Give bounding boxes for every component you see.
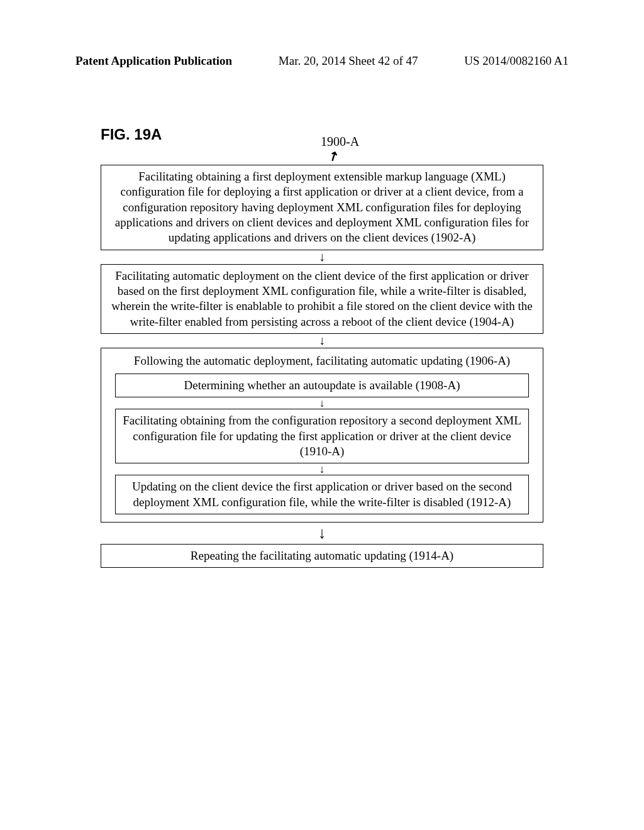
step-1902a: Facilitating obtaining a first deploymen…	[101, 165, 543, 250]
figure-label: FIG. 19A	[101, 126, 162, 143]
step-1910a: Facilitating obtaining from the configur…	[115, 409, 529, 463]
arrow-down-icon: ↓	[109, 463, 535, 475]
arrow-down-icon: ↓	[101, 250, 543, 264]
header-right: US 2014/0082160 A1	[464, 54, 569, 68]
arrow-down-icon: ↓	[109, 397, 535, 409]
step-1906a-container: Following the automatic deployment, faci…	[101, 348, 543, 523]
step-1906a-title: Following the automatic deployment, faci…	[109, 353, 535, 368]
page-header: Patent Application Publication Mar. 20, …	[0, 54, 644, 68]
step-1912a: Updating on the client device the first …	[115, 475, 529, 514]
reference-number: 1900-A	[321, 135, 359, 149]
step-1908a: Determining whether an autoupdate is ava…	[115, 374, 529, 397]
flowchart: Facilitating obtaining a first deploymen…	[101, 165, 543, 568]
header-center: Mar. 20, 2014 Sheet 42 of 47	[279, 54, 418, 68]
step-1914a: Repeating the facilitating automatic upd…	[101, 544, 543, 568]
arrow-down-icon: ↓	[101, 523, 543, 544]
arrow-down-icon: ↓	[101, 334, 543, 348]
reference-arrow-icon: ↗	[325, 147, 341, 165]
header-left: Patent Application Publication	[75, 54, 232, 68]
step-1904a: Facilitating automatic deployment on the…	[101, 264, 543, 334]
